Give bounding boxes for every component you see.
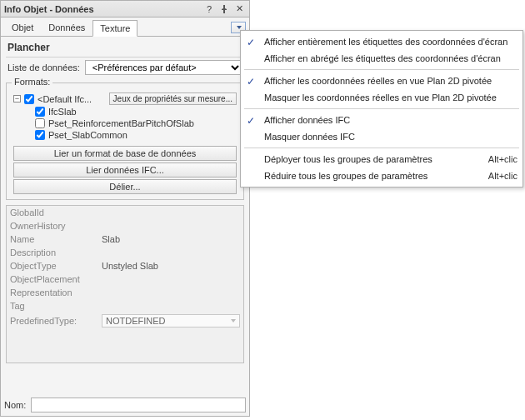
- menu-item-label: Déployer tous les groupes de paramètres: [264, 154, 432, 164]
- menu-item-label: Afficher données IFC: [264, 115, 350, 125]
- property-row: ObjectTypeUnstyled Slab: [7, 259, 243, 272]
- property-row: OwnerHistory: [7, 219, 243, 232]
- formats-fieldset: Formats: − <Default Ifc... Jeux de propr…: [6, 82, 244, 200]
- data-list-select[interactable]: <Préférences par défaut>: [85, 60, 242, 75]
- link-ifc-data-button[interactable]: Lier données IFC...: [13, 162, 237, 178]
- property-key: OwnerHistory: [10, 221, 102, 231]
- menu-item-label: Afficher les coordonnées réelles en vue …: [264, 76, 492, 86]
- name-label: Nom:: [4, 400, 26, 410]
- menu-separator: [244, 108, 519, 109]
- menu-item-shortcut: Alt+clic: [478, 171, 518, 181]
- tree-child-row: Pset_SlabCommon: [12, 129, 238, 141]
- tree-root-row: − <Default Ifc... Jeux de propriétés sur…: [12, 92, 238, 106]
- menu-item-hide-real-coords[interactable]: Masquer les coordonnées réelles en vue P…: [241, 89, 522, 106]
- tab-bar: Objet Données Texture: [1, 18, 249, 37]
- pset-reinforcement-checkbox[interactable]: [35, 118, 45, 128]
- menu-item-label: Masquer les coordonnées réelles en vue P…: [264, 92, 497, 102]
- property-key: Name: [10, 234, 102, 244]
- tree-child-row: Pset_ReinforcementBarPitchOfSlab: [12, 118, 238, 129]
- menu-item-show-full-labels[interactable]: ✓ Afficher entièrement les étiquettes de…: [241, 33, 522, 50]
- unlink-button[interactable]: Délier...: [13, 179, 237, 194]
- tab-texture[interactable]: Texture: [92, 20, 138, 37]
- ifcslab-checkbox[interactable]: [35, 107, 45, 117]
- predefined-type-value: NOTDEFINED: [106, 316, 166, 326]
- menu-item-collapse-all[interactable]: Réduire tous les groupes de paramètres A…: [241, 168, 522, 184]
- menu-separator: [244, 69, 519, 70]
- close-icon[interactable]: ✕: [232, 2, 246, 16]
- menu-item-label: Afficher entièrement les étiquettes des …: [264, 37, 508, 47]
- menu-separator: [244, 148, 519, 148]
- property-row: Representation: [7, 286, 243, 299]
- data-list-label: Liste de données:: [8, 62, 80, 72]
- property-key: ObjectPlacement: [10, 274, 102, 284]
- property-key: ObjectType: [10, 261, 102, 271]
- property-row: ObjectPlacement: [7, 272, 243, 286]
- property-value[interactable]: Slab: [102, 234, 240, 244]
- menu-item-show-short-labels[interactable]: Afficher en abrégé les étiquettes des co…: [241, 50, 522, 67]
- menu-item-show-real-coords[interactable]: ✓ Afficher les coordonnées réelles en vu…: [241, 72, 522, 89]
- property-row: PredefinedType: NOTDEFINED: [7, 312, 243, 329]
- page-title: Plancher: [1, 37, 249, 57]
- menu-item-label: Réduire tous les groupes de paramètres: [264, 171, 428, 181]
- formats-legend: Formats:: [12, 77, 52, 87]
- formats-tree: − <Default Ifc... Jeux de propriétés sur…: [10, 90, 240, 144]
- menu-item-expand-all[interactable]: Déployer tous les groupes de paramètres …: [241, 151, 522, 168]
- pin-icon[interactable]: [218, 2, 231, 16]
- tree-child-label[interactable]: IfcSlab: [48, 107, 77, 117]
- check-icon: ✓: [247, 38, 257, 48]
- expand-collapse-icon[interactable]: −: [13, 95, 21, 102]
- check-icon: ✓: [247, 77, 257, 87]
- menu-item-hide-ifc[interactable]: Masquer données IFC: [241, 128, 522, 145]
- help-icon[interactable]: ?: [202, 2, 216, 16]
- custom-property-sets-button[interactable]: Jeux de propriétés sur mesure...: [109, 92, 237, 105]
- property-key: Description: [10, 248, 102, 258]
- titlebar: Info Objet - Données ? ✕: [1, 1, 249, 18]
- tab-objet[interactable]: Objet: [4, 19, 41, 36]
- property-row: Description: [7, 246, 243, 259]
- data-list-row: Liste de données: <Préférences par défau…: [1, 58, 249, 78]
- root-checkbox[interactable]: [24, 94, 34, 104]
- check-icon: ✓: [247, 116, 257, 126]
- menu-item-show-ifc[interactable]: ✓ Afficher données IFC: [241, 112, 522, 128]
- predefined-type-select[interactable]: NOTDEFINED: [102, 314, 240, 328]
- tree-root-label[interactable]: <Default Ifc...: [38, 94, 92, 104]
- property-key: Tag: [10, 301, 102, 311]
- property-value[interactable]: Unstyled Slab: [102, 261, 240, 271]
- tree-child-label[interactable]: Pset_SlabCommon: [48, 130, 128, 140]
- property-key: GlobalId: [10, 208, 102, 218]
- options-menu: ✓ Afficher entièrement les étiquettes de…: [240, 30, 523, 188]
- property-key: Representation: [10, 288, 102, 298]
- property-row: GlobalId: [7, 206, 243, 219]
- object-info-panel: Info Objet - Données ? ✕ Objet Données T…: [0, 0, 250, 417]
- tree-child-row: IfcSlab: [12, 106, 238, 118]
- property-grid[interactable]: GlobalId OwnerHistory NameSlab Descripti…: [6, 205, 244, 363]
- menu-item-label: Afficher en abrégé les étiquettes des co…: [264, 53, 501, 63]
- menu-item-label: Masquer données IFC: [264, 132, 355, 142]
- property-key: PredefinedType:: [10, 316, 102, 326]
- menu-item-shortcut: Alt+clic: [478, 154, 518, 164]
- name-row: Nom:: [4, 398, 246, 412]
- property-row: Tag: [7, 299, 243, 312]
- tree-child-label[interactable]: Pset_ReinforcementBarPitchOfSlab: [48, 118, 194, 128]
- property-row: NameSlab: [7, 232, 243, 246]
- tab-donnees[interactable]: Données: [41, 19, 92, 36]
- window-title: Info Objet - Données: [4, 4, 201, 14]
- name-input[interactable]: [31, 398, 246, 412]
- link-db-format-button[interactable]: Lier un format de base de données: [13, 146, 237, 161]
- pset-slabcommon-checkbox[interactable]: [35, 130, 45, 140]
